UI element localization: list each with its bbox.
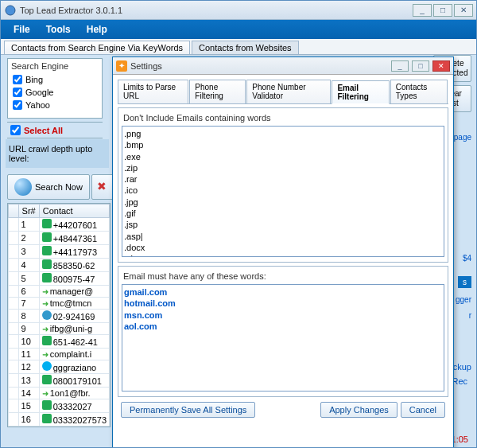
include-group: Email must have any of these words: bbox=[118, 266, 448, 397]
row-contact: 651-462-41 bbox=[39, 335, 109, 349]
row-contact: +48447361 bbox=[39, 232, 109, 245]
table-row[interactable]: 4858350-62 bbox=[9, 259, 110, 272]
search-engine-panel: Search Engine Bing Google Yahoo bbox=[7, 58, 103, 119]
row-contact: +44207601 bbox=[39, 218, 109, 232]
checkbox-bing-row[interactable]: Bing bbox=[8, 73, 102, 86]
row-contact: ifbg@uni-g bbox=[39, 323, 109, 335]
main-tabstrip: Contacts from Search Engine Via KeyWords… bbox=[1, 39, 476, 55]
dialog-body: Limits to Parse URL Phone Filtering Phon… bbox=[113, 75, 453, 426]
arrow-icon bbox=[42, 388, 50, 398]
table-row[interactable]: 7tmc@tmcn bbox=[9, 298, 110, 310]
table-row[interactable]: 1503332027 bbox=[9, 399, 110, 413]
col-sr[interactable]: Sr# bbox=[18, 205, 39, 218]
phone-icon bbox=[42, 259, 52, 269]
phone-icon bbox=[42, 336, 52, 345]
permanently-save-button[interactable]: Permanently Save All Settings bbox=[121, 402, 255, 418]
table-row[interactable]: 802-924169 bbox=[9, 310, 110, 323]
include-words-textarea[interactable] bbox=[122, 284, 444, 392]
row-num: 10 bbox=[18, 335, 39, 349]
table-row[interactable]: 5800975-47 bbox=[9, 272, 110, 286]
checkbox-google-row[interactable]: Google bbox=[8, 86, 102, 99]
dialog-title: Settings bbox=[130, 61, 390, 71]
row-contact: manager@ bbox=[39, 286, 109, 298]
side-s4: $4 bbox=[463, 254, 471, 263]
row-contact: gggraziano bbox=[39, 360, 109, 374]
tab-limits[interactable]: Limits to Parse URL bbox=[118, 80, 188, 103]
table-row[interactable]: 10651-462-41 bbox=[9, 335, 110, 349]
row-num: 3 bbox=[18, 245, 39, 259]
tab-websites[interactable]: Contacts from Websites bbox=[192, 41, 299, 54]
label-google: Google bbox=[25, 88, 53, 97]
table-row[interactable]: 1+44207601 bbox=[9, 218, 110, 232]
row-num: 13 bbox=[18, 374, 39, 388]
menu-tools[interactable]: Tools bbox=[38, 21, 79, 38]
window-title: Top Lead Extractor 3.0.1.1 bbox=[20, 6, 411, 15]
checkbox-google[interactable] bbox=[13, 88, 22, 97]
panel-title: Search Engine bbox=[8, 59, 102, 73]
row-num: 9 bbox=[18, 323, 39, 335]
col-contact[interactable]: Contact bbox=[39, 205, 109, 218]
apply-changes-button[interactable]: Apply Changes bbox=[320, 402, 398, 418]
side-s: s bbox=[458, 276, 471, 288]
tab-phone-filtering[interactable]: Phone Filtering bbox=[189, 80, 246, 103]
close-button[interactable]: ✕ bbox=[454, 4, 473, 17]
tab-keywords[interactable]: Contacts from Search Engine Via KeyWords bbox=[4, 41, 190, 54]
app-icon bbox=[4, 4, 17, 17]
checkbox-yahoo[interactable] bbox=[13, 100, 22, 110]
row-num: 4 bbox=[18, 259, 39, 272]
checkbox-select-all[interactable] bbox=[10, 125, 21, 135]
include-label: Email must have any of these words: bbox=[120, 268, 446, 282]
table-row[interactable]: 6manager@ bbox=[9, 286, 110, 298]
checkbox-bing[interactable] bbox=[13, 75, 22, 84]
phone-blue-icon bbox=[42, 310, 52, 320]
exclude-words-textarea[interactable] bbox=[122, 126, 444, 257]
row-contact: complaint.i bbox=[39, 349, 109, 360]
row-contact: 03332027573 bbox=[39, 413, 109, 427]
table-row[interactable]: 130800179101 bbox=[9, 374, 110, 388]
globe-icon bbox=[14, 178, 32, 196]
phone-icon bbox=[42, 375, 52, 384]
cancel-button[interactable]: Cancel bbox=[401, 402, 445, 418]
arrow-icon bbox=[42, 324, 50, 333]
dialog-close-button[interactable]: ✕ bbox=[432, 60, 450, 72]
row-contact: 858350-62 bbox=[39, 259, 109, 272]
checkbox-yahoo-row[interactable]: Yahoo bbox=[8, 99, 102, 111]
row-contact: 1on1@fbr. bbox=[39, 388, 109, 399]
tab-phone-validator[interactable]: Phone Number Validator bbox=[246, 80, 331, 103]
table-row[interactable]: 1603332027573 bbox=[9, 413, 110, 427]
side-jagger: gger bbox=[456, 295, 471, 304]
phone-icon bbox=[42, 414, 52, 423]
row-contact: 0800179101 bbox=[39, 374, 109, 388]
exclude-group: Don't Include Emails containing words bbox=[118, 107, 448, 263]
select-all-bar[interactable]: Select All bbox=[7, 122, 103, 138]
menu-help[interactable]: Help bbox=[79, 21, 115, 38]
search-now-button[interactable]: Search Now bbox=[7, 174, 90, 200]
dialog-tabstrip: Limits to Parse URL Phone Filtering Phon… bbox=[118, 80, 448, 104]
tab-email-filtering[interactable]: Email Filtering bbox=[332, 80, 389, 104]
action-toolbar: Search Now bbox=[7, 174, 117, 200]
maximize-button[interactable]: □ bbox=[433, 4, 452, 17]
dialog-minimize-button[interactable]: _ bbox=[391, 60, 409, 72]
row-num: 12 bbox=[18, 360, 39, 374]
table-row[interactable]: 11complaint.i bbox=[9, 349, 110, 360]
label-bing: Bing bbox=[25, 75, 43, 84]
table-row[interactable]: 141on1@fbr. bbox=[9, 388, 110, 399]
minimize-button[interactable]: _ bbox=[413, 4, 432, 17]
tab-contacts-types[interactable]: Contacts Types bbox=[390, 80, 448, 103]
table-row[interactable]: 12gggraziano bbox=[9, 360, 110, 374]
row-contact: tmc@tmcn bbox=[39, 298, 109, 310]
table-row[interactable]: 9ifbg@uni-g bbox=[9, 323, 110, 335]
row-num: 15 bbox=[18, 399, 39, 413]
menu-file[interactable]: File bbox=[6, 21, 38, 38]
phone-icon bbox=[42, 273, 52, 282]
row-num: 6 bbox=[18, 286, 39, 298]
arrow-icon bbox=[42, 298, 50, 308]
table-row[interactable]: 3+44117973 bbox=[9, 245, 110, 259]
results-table[interactable]: Sr# Contact 1+442076012+484473613+441179… bbox=[7, 203, 111, 427]
col-blank[interactable] bbox=[9, 205, 19, 218]
row-num: 2 bbox=[18, 232, 39, 245]
exclude-label: Don't Include Emails containing words bbox=[120, 110, 446, 124]
dialog-icon: ✦ bbox=[116, 60, 127, 72]
dialog-maximize-button[interactable]: □ bbox=[412, 60, 429, 72]
table-row[interactable]: 2+48447361 bbox=[9, 232, 110, 245]
